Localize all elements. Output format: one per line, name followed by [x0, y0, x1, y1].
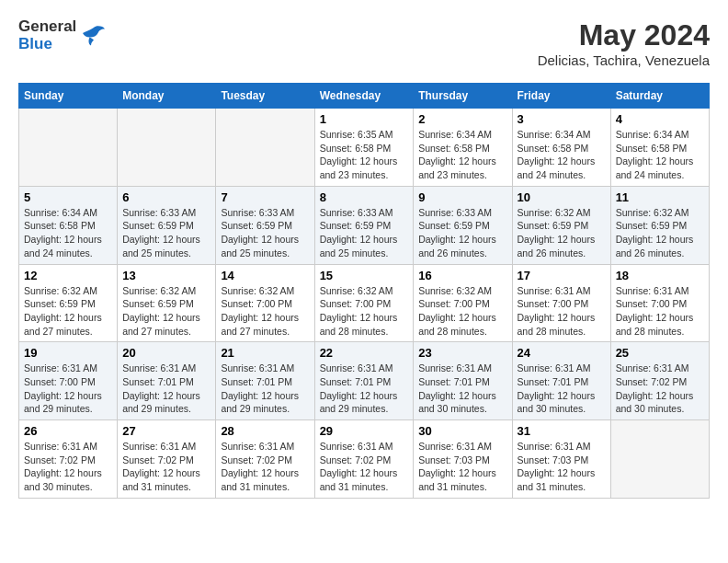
- week-row: 12Sunrise: 6:32 AM Sunset: 6:59 PM Dayli…: [19, 264, 710, 342]
- day-number: 30: [418, 424, 506, 438]
- logo-blue: Blue: [18, 36, 76, 53]
- calendar-cell: 20Sunrise: 6:31 AM Sunset: 7:01 PM Dayli…: [118, 342, 216, 420]
- day-number: 14: [221, 269, 309, 282]
- weekday-header: Friday: [512, 84, 610, 109]
- day-info: Sunrise: 6:32 AM Sunset: 6:59 PM Dayligh…: [122, 284, 210, 339]
- calendar-cell: 28Sunrise: 6:31 AM Sunset: 7:02 PM Dayli…: [216, 420, 314, 499]
- calendar-cell: [19, 109, 118, 187]
- calendar-cell: 24Sunrise: 6:31 AM Sunset: 7:01 PM Dayli…: [512, 342, 610, 420]
- day-number: 5: [24, 190, 112, 204]
- day-number: 12: [24, 269, 112, 282]
- calendar-cell: 1Sunrise: 6:35 AM Sunset: 6:58 PM Daylig…: [314, 109, 414, 187]
- day-info: Sunrise: 6:34 AM Sunset: 6:58 PM Dayligh…: [418, 128, 506, 182]
- weekday-header-row: SundayMondayTuesdayWednesdayThursdayFrid…: [19, 84, 710, 109]
- day-number: 11: [616, 190, 704, 204]
- day-info: Sunrise: 6:34 AM Sunset: 6:58 PM Dayligh…: [24, 206, 112, 260]
- calendar-cell: 7Sunrise: 6:33 AM Sunset: 6:59 PM Daylig…: [216, 186, 314, 264]
- calendar-cell: 18Sunrise: 6:31 AM Sunset: 7:00 PM Dayli…: [610, 264, 709, 342]
- day-info: Sunrise: 6:31 AM Sunset: 7:01 PM Dayligh…: [518, 362, 606, 416]
- day-number: 9: [418, 190, 506, 204]
- day-info: Sunrise: 6:31 AM Sunset: 7:00 PM Dayligh…: [24, 362, 112, 416]
- day-number: 16: [418, 269, 506, 282]
- day-number: 18: [616, 269, 704, 282]
- day-number: 23: [418, 346, 506, 360]
- page-header: General Blue May 2024 Delicias, Tachira,…: [18, 18, 710, 68]
- calendar-cell: [610, 420, 709, 499]
- week-row: 1Sunrise: 6:35 AM Sunset: 6:58 PM Daylig…: [19, 109, 710, 187]
- day-info: Sunrise: 6:31 AM Sunset: 7:02 PM Dayligh…: [221, 440, 309, 494]
- location: Delicias, Tachira, Venezuela: [538, 52, 710, 68]
- calendar-cell: 11Sunrise: 6:32 AM Sunset: 6:59 PM Dayli…: [610, 186, 709, 264]
- day-info: Sunrise: 6:31 AM Sunset: 7:00 PM Dayligh…: [616, 284, 704, 339]
- logo: General Blue: [18, 18, 108, 52]
- calendar-cell: 10Sunrise: 6:32 AM Sunset: 6:59 PM Dayli…: [512, 186, 610, 264]
- day-number: 27: [122, 424, 210, 438]
- day-number: 20: [122, 346, 210, 360]
- day-info: Sunrise: 6:31 AM Sunset: 7:01 PM Dayligh…: [221, 362, 309, 416]
- calendar-cell: 23Sunrise: 6:31 AM Sunset: 7:01 PM Dayli…: [414, 342, 512, 420]
- calendar-cell: 3Sunrise: 6:34 AM Sunset: 6:58 PM Daylig…: [512, 109, 610, 187]
- day-number: 24: [518, 346, 606, 360]
- calendar-cell: 2Sunrise: 6:34 AM Sunset: 6:58 PM Daylig…: [414, 109, 512, 187]
- day-info: Sunrise: 6:32 AM Sunset: 6:59 PM Dayligh…: [518, 206, 606, 260]
- day-info: Sunrise: 6:31 AM Sunset: 7:01 PM Dayligh…: [320, 362, 409, 416]
- calendar-cell: 21Sunrise: 6:31 AM Sunset: 7:01 PM Dayli…: [216, 342, 314, 420]
- calendar-cell: 22Sunrise: 6:31 AM Sunset: 7:01 PM Dayli…: [314, 342, 414, 420]
- day-info: Sunrise: 6:31 AM Sunset: 7:01 PM Dayligh…: [122, 362, 210, 416]
- calendar-cell: 9Sunrise: 6:33 AM Sunset: 6:59 PM Daylig…: [414, 186, 512, 264]
- day-number: 25: [616, 346, 704, 360]
- calendar-table: SundayMondayTuesdayWednesdayThursdayFrid…: [18, 83, 710, 499]
- day-number: 21: [221, 346, 309, 360]
- day-info: Sunrise: 6:31 AM Sunset: 7:00 PM Dayligh…: [518, 284, 606, 339]
- day-info: Sunrise: 6:34 AM Sunset: 6:58 PM Dayligh…: [616, 128, 704, 182]
- weekday-header: Monday: [118, 84, 216, 109]
- day-number: 7: [221, 190, 309, 204]
- weekday-header: Saturday: [610, 84, 709, 109]
- weekday-header: Wednesday: [314, 84, 414, 109]
- day-number: 3: [518, 112, 606, 126]
- day-number: 15: [320, 269, 409, 282]
- calendar-cell: 8Sunrise: 6:33 AM Sunset: 6:59 PM Daylig…: [314, 186, 414, 264]
- day-info: Sunrise: 6:31 AM Sunset: 7:02 PM Dayligh…: [122, 440, 210, 494]
- day-number: 29: [320, 424, 409, 438]
- weekday-header: Thursday: [414, 84, 512, 109]
- day-info: Sunrise: 6:33 AM Sunset: 6:59 PM Dayligh…: [418, 206, 506, 260]
- calendar-cell: [216, 109, 314, 187]
- day-info: Sunrise: 6:32 AM Sunset: 7:00 PM Dayligh…: [221, 284, 309, 339]
- calendar-cell: 13Sunrise: 6:32 AM Sunset: 6:59 PM Dayli…: [118, 264, 216, 342]
- day-info: Sunrise: 6:33 AM Sunset: 6:59 PM Dayligh…: [221, 206, 309, 260]
- week-row: 19Sunrise: 6:31 AM Sunset: 7:00 PM Dayli…: [19, 342, 710, 420]
- day-info: Sunrise: 6:32 AM Sunset: 6:59 PM Dayligh…: [24, 284, 112, 339]
- day-info: Sunrise: 6:32 AM Sunset: 7:00 PM Dayligh…: [320, 284, 409, 339]
- day-number: 2: [418, 112, 506, 126]
- day-info: Sunrise: 6:32 AM Sunset: 6:59 PM Dayligh…: [616, 206, 704, 260]
- calendar-cell: 4Sunrise: 6:34 AM Sunset: 6:58 PM Daylig…: [610, 109, 709, 187]
- logo-bird-icon: [80, 22, 108, 50]
- calendar-cell: 26Sunrise: 6:31 AM Sunset: 7:02 PM Dayli…: [19, 420, 118, 499]
- weekday-header: Sunday: [19, 84, 118, 109]
- calendar-cell: 31Sunrise: 6:31 AM Sunset: 7:03 PM Dayli…: [512, 420, 610, 499]
- calendar-cell: 16Sunrise: 6:32 AM Sunset: 7:00 PM Dayli…: [414, 264, 512, 342]
- day-info: Sunrise: 6:31 AM Sunset: 7:02 PM Dayligh…: [320, 440, 409, 494]
- day-info: Sunrise: 6:31 AM Sunset: 7:03 PM Dayligh…: [518, 440, 606, 494]
- calendar-cell: 5Sunrise: 6:34 AM Sunset: 6:58 PM Daylig…: [19, 186, 118, 264]
- day-info: Sunrise: 6:31 AM Sunset: 7:02 PM Dayligh…: [616, 362, 704, 416]
- calendar-cell: 30Sunrise: 6:31 AM Sunset: 7:03 PM Dayli…: [414, 420, 512, 499]
- calendar-cell: [118, 109, 216, 187]
- calendar-cell: 15Sunrise: 6:32 AM Sunset: 7:00 PM Dayli…: [314, 264, 414, 342]
- day-info: Sunrise: 6:34 AM Sunset: 6:58 PM Dayligh…: [518, 128, 606, 182]
- day-number: 22: [320, 346, 409, 360]
- day-number: 28: [221, 424, 309, 438]
- day-info: Sunrise: 6:31 AM Sunset: 7:02 PM Dayligh…: [24, 440, 112, 494]
- weekday-header: Tuesday: [216, 84, 314, 109]
- calendar-cell: 29Sunrise: 6:31 AM Sunset: 7:02 PM Dayli…: [314, 420, 414, 499]
- week-row: 26Sunrise: 6:31 AM Sunset: 7:02 PM Dayli…: [19, 420, 710, 499]
- month-title: May 2024: [538, 18, 710, 52]
- calendar-cell: 12Sunrise: 6:32 AM Sunset: 6:59 PM Dayli…: [19, 264, 118, 342]
- title-block: May 2024 Delicias, Tachira, Venezuela: [538, 18, 710, 68]
- calendar-cell: 27Sunrise: 6:31 AM Sunset: 7:02 PM Dayli…: [118, 420, 216, 499]
- calendar-cell: 6Sunrise: 6:33 AM Sunset: 6:59 PM Daylig…: [118, 186, 216, 264]
- day-info: Sunrise: 6:31 AM Sunset: 7:01 PM Dayligh…: [418, 362, 506, 416]
- day-number: 19: [24, 346, 112, 360]
- day-number: 6: [122, 190, 210, 204]
